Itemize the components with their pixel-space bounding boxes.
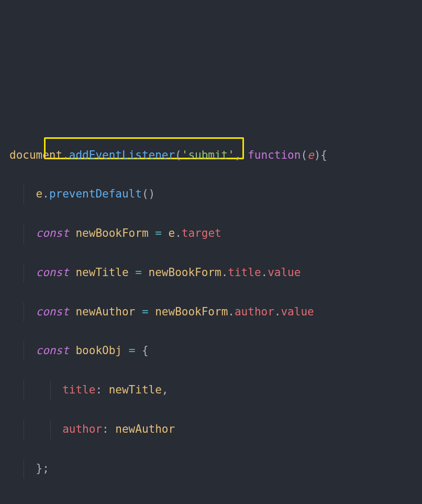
token-punct: .	[274, 305, 281, 318]
token-identifier: newBookForm	[75, 227, 148, 239]
token-identifier: newAuthor	[75, 305, 135, 318]
token-identifier: e	[169, 227, 175, 239]
token-punct: .	[62, 149, 69, 161]
code-line: };	[9, 459, 413, 478]
token-punct: :	[95, 384, 108, 396]
space	[149, 227, 156, 239]
token-op: =	[135, 266, 142, 279]
token-property: value	[268, 266, 301, 279]
token-property: author	[62, 423, 102, 435]
indent	[9, 423, 62, 435]
indent	[9, 344, 36, 357]
code-line-highlighted: const newBookForm = e.target	[9, 224, 413, 243]
token-punct: .	[42, 188, 49, 200]
indent	[9, 462, 36, 475]
token-op: =	[155, 227, 162, 239]
token-property: author	[235, 305, 274, 318]
token-punct: (	[301, 149, 307, 161]
token-method: addEventListener	[69, 149, 175, 161]
token-identifier: newTitle	[75, 266, 128, 279]
code-line: const newAuthor = newBookForm.author.val…	[9, 302, 413, 322]
token-punct: {	[142, 344, 149, 357]
code-line: const bookObj = {	[9, 341, 413, 360]
token-keyword: const	[36, 305, 69, 318]
token-identifier: newBookForm	[149, 266, 221, 279]
token-property: target	[182, 227, 221, 239]
token-punct: (	[175, 149, 182, 161]
code-line: e.preventDefault()	[9, 184, 413, 204]
token-op: =	[142, 305, 149, 318]
token-punct: ,	[162, 384, 169, 396]
token-string: 'submit'	[182, 149, 235, 161]
token-punct: ,	[235, 149, 248, 161]
token-punct: ){	[314, 149, 327, 161]
token-punct: .	[175, 227, 182, 239]
code-line: const newTitle = newBookForm.title.value	[9, 263, 413, 282]
code-line: title: newTitle,	[9, 380, 413, 400]
token-identifier: document	[9, 149, 62, 161]
token-identifier: bookObj	[75, 344, 122, 357]
code-line: author: newAuthor	[9, 420, 413, 439]
token-keyword: function	[248, 149, 301, 161]
token-property: title	[228, 266, 261, 279]
token-identifier: newTitle	[109, 384, 162, 396]
indent	[9, 384, 62, 396]
code-block: document.addEventListener('submit', func…	[9, 87, 413, 505]
token-property: value	[281, 305, 314, 318]
token-op: =	[129, 344, 136, 357]
token-identifier: newAuthor	[115, 423, 175, 435]
space	[69, 227, 76, 239]
indent	[9, 266, 36, 279]
token-keyword: const	[36, 266, 69, 279]
token-keyword: const	[36, 227, 69, 239]
indent	[9, 227, 36, 239]
token-punct: .	[261, 266, 268, 279]
token-param: e	[307, 149, 314, 161]
token-keyword: const	[36, 344, 69, 357]
space	[162, 227, 169, 239]
token-punct: };	[36, 462, 49, 475]
token-punct: ()	[142, 188, 155, 200]
token-method: preventDefault	[49, 188, 142, 200]
token-identifier: e	[36, 188, 43, 200]
indent	[9, 305, 36, 318]
code-line: document.addEventListener('submit', func…	[9, 146, 413, 165]
token-punct: .	[221, 266, 228, 279]
indent	[9, 188, 36, 200]
token-property: title	[62, 384, 95, 396]
token-punct: .	[228, 305, 235, 318]
token-identifier: newBookForm	[155, 305, 228, 318]
token-punct: :	[102, 423, 115, 435]
